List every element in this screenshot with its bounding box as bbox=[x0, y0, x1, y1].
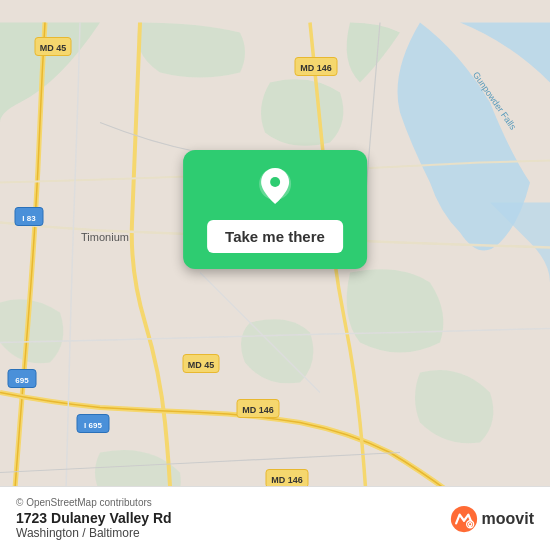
svg-text:MD 45: MD 45 bbox=[188, 360, 215, 370]
svg-text:MD 146: MD 146 bbox=[242, 405, 274, 415]
svg-point-19 bbox=[270, 177, 280, 187]
map-svg: MD 45 MD 146 I 83 Timonium MD 45 MD 146 … bbox=[0, 0, 550, 550]
moovit-brand-text: moovit bbox=[482, 510, 534, 528]
moovit-logo: moovit bbox=[450, 505, 534, 533]
moovit-brand-icon bbox=[450, 505, 478, 533]
address-text: 1723 Dulaney Valley Rd bbox=[16, 510, 172, 526]
svg-text:Timonium: Timonium bbox=[81, 231, 129, 243]
location-subtitle: Washington / Baltimore bbox=[16, 526, 172, 540]
svg-text:695: 695 bbox=[15, 376, 29, 385]
bottom-bar-info: © OpenStreetMap contributors 1723 Dulane… bbox=[16, 497, 172, 540]
take-me-there-button[interactable]: Take me there bbox=[207, 220, 343, 253]
svg-point-22 bbox=[469, 523, 471, 525]
map-container: MD 45 MD 146 I 83 Timonium MD 45 MD 146 … bbox=[0, 0, 550, 550]
svg-text:I 83: I 83 bbox=[22, 214, 36, 223]
bottom-bar: © OpenStreetMap contributors 1723 Dulane… bbox=[0, 486, 550, 550]
button-card: Take me there bbox=[183, 150, 367, 269]
svg-text:MD 45: MD 45 bbox=[40, 43, 67, 53]
svg-text:I 695: I 695 bbox=[84, 421, 102, 430]
svg-text:MD 146: MD 146 bbox=[271, 475, 303, 485]
location-pin-icon bbox=[253, 166, 297, 210]
svg-text:MD 146: MD 146 bbox=[300, 63, 332, 73]
copyright-text: © OpenStreetMap contributors bbox=[16, 497, 172, 508]
